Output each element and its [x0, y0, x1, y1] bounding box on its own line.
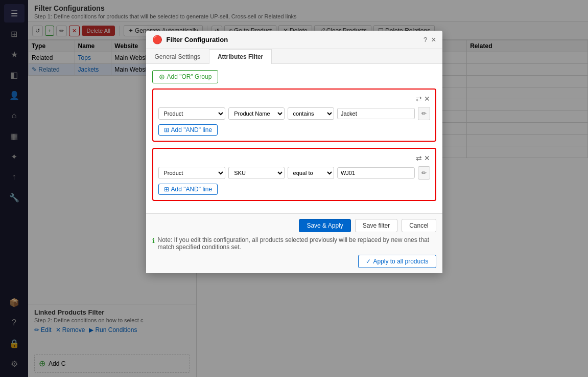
filter-edit-icon-2[interactable]: ✏ — [418, 166, 430, 180]
modal-tabs: General Settings Attributes Filter — [146, 49, 442, 64]
modal-overlay: 🔴 Filter Configuration ? × General Setti… — [0, 0, 588, 377]
save-filter-button[interactable]: Save filter — [355, 219, 397, 232]
filter-group-2: ⇄ ✕ Product SKU equal to ✏ — [152, 148, 436, 201]
group-1-close-button[interactable]: ✕ — [424, 95, 430, 103]
info-icon: ℹ — [152, 237, 155, 245]
group-1-swap-button[interactable]: ⇄ — [416, 95, 422, 103]
footer-actions: ✓ Apply to all products — [152, 255, 436, 268]
modal-brand-icon: 🔴 — [152, 35, 162, 45]
condition-select-2[interactable]: equal to — [288, 167, 334, 179]
modal-header: 🔴 Filter Configuration ? × — [146, 31, 442, 49]
condition-select-1[interactable]: contains — [288, 107, 334, 120]
attribute-select-1[interactable]: Product Name — [228, 107, 284, 120]
save-apply-button[interactable]: Save & Apply — [299, 219, 350, 232]
check-icon: ✓ — [366, 258, 371, 265]
filter-value-input-1[interactable] — [337, 108, 415, 119]
group-2-actions: ⇄ ✕ — [158, 154, 430, 162]
tab-attributes-filter[interactable]: Attributes Filter — [209, 49, 272, 64]
filter-icon-1: ⊞ — [164, 126, 169, 134]
group-1-actions: ⇄ ✕ — [158, 95, 430, 103]
entity-select-2[interactable]: Product — [158, 167, 226, 179]
modal-body: ⊕ Add "OR" Group ⇄ ✕ Product Product Nam… — [146, 64, 442, 213]
filter-group-1-row-1: Product Product Name contains ✏ — [158, 107, 430, 120]
add-and-button-1[interactable]: ⊞ Add "AND" line — [158, 124, 218, 136]
group-2-swap-button[interactable]: ⇄ — [416, 154, 422, 162]
filter-configuration-modal: 🔴 Filter Configuration ? × General Setti… — [146, 31, 442, 273]
filter-value-input-2[interactable] — [337, 167, 415, 179]
add-or-group-button[interactable]: ⊕ Add "OR" Group — [152, 70, 219, 83]
tab-general-settings[interactable]: General Settings — [146, 49, 209, 64]
group-2-close-button[interactable]: ✕ — [424, 154, 430, 162]
filter-group-1: ⇄ ✕ Product Product Name contains ✏ — [152, 88, 436, 142]
modal-title: Filter Configuration — [167, 36, 424, 43]
modal-help-button[interactable]: ? — [424, 36, 427, 43]
apply-to-all-button[interactable]: ✓ Apply to all products — [358, 255, 436, 268]
modal-footer: Save & Apply Save filter Cancel ℹ Note: … — [146, 213, 442, 273]
plus-icon: ⊕ — [159, 73, 165, 81]
filter-group-2-row-1: Product SKU equal to ✏ — [158, 166, 430, 180]
footer-note: ℹ Note: If you edit this configuration, … — [152, 236, 436, 251]
add-and-button-2[interactable]: ⊞ Add "AND" line — [158, 184, 218, 195]
filter-edit-icon-1[interactable]: ✏ — [418, 107, 430, 120]
footer-buttons: Save & Apply Save filter Cancel — [152, 219, 436, 232]
cancel-button[interactable]: Cancel — [402, 219, 436, 232]
filter-icon-2: ⊞ — [164, 186, 169, 193]
entity-select-1[interactable]: Product — [158, 107, 226, 120]
attribute-select-2[interactable]: SKU — [228, 167, 284, 179]
modal-close-button[interactable]: × — [431, 35, 436, 45]
